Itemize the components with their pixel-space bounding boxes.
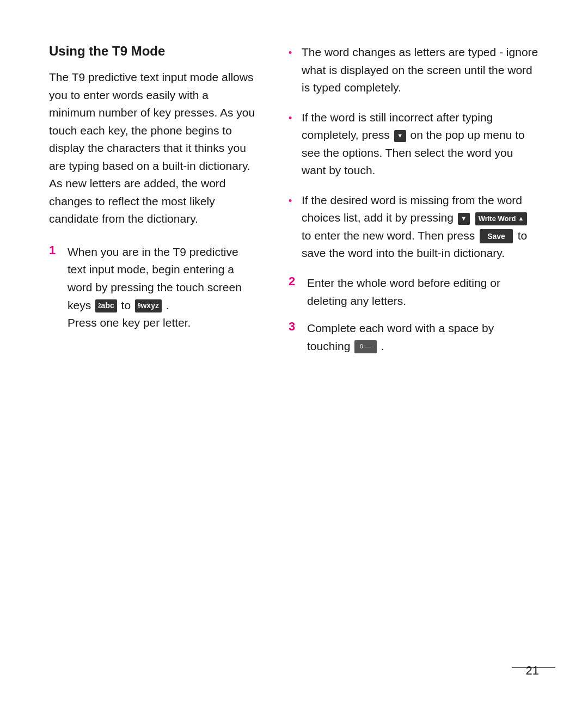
dropdown-arrow-icon: ▼ (394, 130, 406, 142)
step-1-period: . (166, 299, 169, 311)
wxyz-key: 9wxyz (135, 299, 162, 312)
step-3-content: Complete each word with a space by touch… (307, 320, 539, 355)
write-word-arrow-icon: ▲ (518, 214, 524, 223)
step-1-to: to (121, 299, 131, 311)
save-label: Save (487, 231, 505, 243)
left-column: Using the T9 Mode The T9 predictive text… (49, 44, 256, 365)
page: Using the T9 Mode The T9 predictive text… (0, 0, 588, 705)
write-word-label: Write Word (479, 213, 516, 224)
save-button: Save (480, 229, 513, 243)
step-1-number: 1 (49, 243, 62, 332)
bullet-1-text: The word changes as letters are typed - … (302, 44, 539, 97)
step-3-after: . (381, 340, 384, 352)
abc-key: 2abc (95, 299, 117, 312)
bullet-3-content: If the desired word is missing from the … (302, 192, 539, 262)
page-number: 21 (526, 664, 539, 678)
intro-paragraph: The T9 predictive text input mode allows… (49, 69, 256, 228)
dropdown-arrow-2-icon: ▼ (458, 213, 470, 225)
right-column: • The word changes as letters are typed … (289, 44, 539, 365)
bullet-3-middle: to enter the new word. Then press (302, 229, 475, 242)
step-2: 2 Enter the whole word before editing or… (289, 274, 539, 310)
bullet-dot-2: • (289, 111, 296, 180)
bullet-2-content: If the word is still incorrect after typ… (302, 109, 539, 180)
bullet-item-2: • If the word is still incorrect after t… (289, 109, 539, 180)
bullet-item-3: • If the desired word is missing from th… (289, 192, 539, 262)
step-1: 1 When you are in the T9 predictive text… (49, 243, 256, 332)
bullet-list: • The word changes as letters are typed … (289, 44, 539, 262)
step-2-number: 2 (289, 274, 302, 310)
step-1-text-after: Press one key per letter. (68, 316, 191, 329)
step-3: 3 Complete each word with a space by tou… (289, 320, 539, 355)
content-layout: Using the T9 Mode The T9 predictive text… (49, 44, 539, 365)
step-3-before: Complete each word with a space by touch… (307, 322, 494, 352)
bullet-item-1: • The word changes as letters are typed … (289, 44, 539, 97)
step-3-number: 3 (289, 320, 302, 355)
section-title: Using the T9 Mode (49, 44, 256, 59)
step-2-text: Enter the whole word before editing or d… (307, 274, 539, 310)
space-key: 0 — (354, 340, 377, 353)
bullet-dot-3: • (289, 194, 296, 262)
step-1-content: When you are in the T9 predictive text i… (68, 243, 256, 332)
bullet-dot-1: • (289, 46, 296, 97)
write-word-button: Write Word ▲ (475, 212, 528, 225)
